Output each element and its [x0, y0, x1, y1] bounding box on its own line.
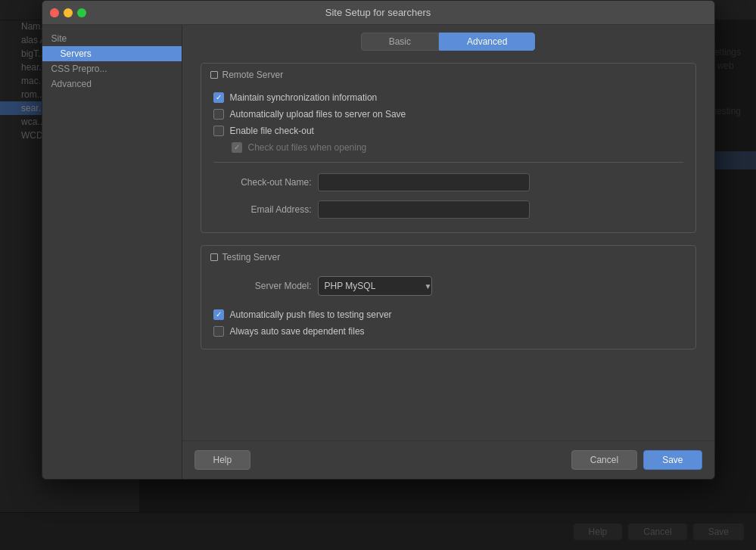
server-model-select-wrapper: PHP MySQL ASP JavaScript ASP VBScript AS…	[318, 276, 433, 296]
sidebar-nav-servers[interactable]: Servers	[42, 46, 182, 61]
testing-server-title: Testing Server	[201, 246, 695, 266]
minimize-button[interactable]	[64, 8, 73, 17]
modal-container: Site Setup for searchers Site Servers CS…	[42, 0, 715, 480]
modal-sidebar: Site Servers CSS Prepro... Advanced	[42, 25, 182, 479]
checkbox-checkout-on-open: Check out files when opening	[213, 139, 683, 156]
checkout-name-label: Check-out Name:	[213, 177, 312, 188]
save-button[interactable]: Save	[643, 450, 702, 470]
checkbox-auto-save-dependent-label: Always auto save dependent files	[230, 326, 365, 337]
footer-left: Help	[194, 450, 565, 470]
close-button[interactable]	[50, 8, 59, 17]
checkbox-auto-push[interactable]: Automatically push files to testing serv…	[213, 306, 683, 323]
checkbox-enable-checkout-icon[interactable]	[213, 126, 224, 136]
checkbox-auto-push-icon[interactable]	[213, 309, 224, 320]
help-button[interactable]: Help	[194, 450, 251, 470]
server-model-label: Server Model:	[213, 281, 312, 291]
tab-advanced[interactable]: Advanced	[439, 33, 535, 51]
tab-bar: Basic Advanced	[182, 25, 714, 51]
modal-body: Site Servers CSS Prepro... Advanced Basi…	[42, 25, 714, 479]
checkout-name-input[interactable]	[318, 173, 530, 191]
dialog-title: Site Setup for searchers	[325, 7, 431, 18]
email-address-row: Email Address:	[213, 196, 683, 223]
checkbox-checkout-on-open-label: Check out files when opening	[248, 142, 367, 153]
remote-server-body: Maintain synchronization information Aut…	[201, 83, 695, 232]
sidebar-nav-css[interactable]: CSS Prepro...	[42, 61, 182, 76]
checkbox-maintain-sync-label: Maintain synchronization information	[230, 92, 378, 103]
modal-titlebar: Site Setup for searchers	[42, 1, 714, 25]
checkbox-checkout-on-open-icon	[232, 142, 242, 153]
checkbox-auto-save-dependent[interactable]: Always auto save dependent files	[213, 323, 683, 340]
checkbox-auto-upload-label: Automatically upload files to server on …	[230, 109, 406, 120]
checkbox-auto-upload-icon[interactable]	[213, 109, 224, 120]
server-model-select[interactable]: PHP MySQL ASP JavaScript ASP VBScript AS…	[319, 278, 433, 294]
checkbox-auto-save-dependent-icon[interactable]	[213, 326, 224, 337]
maximize-button[interactable]	[77, 8, 86, 17]
sidebar-nav-site[interactable]: Site	[42, 31, 182, 46]
checkbox-maintain-sync-icon[interactable]	[213, 92, 224, 103]
remote-server-section: Remote Server Maintain synchronization i…	[201, 63, 696, 233]
checkbox-enable-checkout[interactable]: Enable file check-out	[213, 123, 683, 139]
email-address-input[interactable]	[318, 200, 530, 219]
window-controls	[50, 8, 86, 17]
email-address-label: Email Address:	[213, 204, 312, 215]
checkbox-maintain-sync[interactable]: Maintain synchronization information	[213, 89, 683, 106]
testing-server-section: Testing Server Server Model: PHP MySQL A…	[201, 245, 696, 350]
footer-right: Cancel Save	[571, 450, 702, 470]
panel-content: Remote Server Maintain synchronization i…	[182, 51, 714, 440]
modal-footer: Help Cancel Save	[182, 440, 714, 479]
sidebar-nav-advanced[interactable]: Advanced	[42, 76, 182, 92]
checkbox-auto-push-label: Automatically push files to testing serv…	[230, 309, 392, 320]
checkbox-enable-checkout-label: Enable file check-out	[230, 126, 314, 136]
checkout-name-row: Check-out Name:	[213, 169, 683, 196]
tab-basic[interactable]: Basic	[361, 33, 439, 51]
testing-server-body: Server Model: PHP MySQL ASP JavaScript A…	[201, 266, 695, 349]
modal-main-panel: Basic Advanced Remote Server	[182, 25, 714, 479]
server-model-row: Server Model: PHP MySQL ASP JavaScript A…	[213, 272, 683, 300]
remote-server-title: Remote Server	[201, 64, 695, 83]
modal-overlay: Site Setup for searchers Site Servers CS…	[0, 0, 756, 550]
checkbox-auto-upload[interactable]: Automatically upload files to server on …	[213, 106, 683, 123]
cancel-button[interactable]: Cancel	[571, 450, 637, 470]
